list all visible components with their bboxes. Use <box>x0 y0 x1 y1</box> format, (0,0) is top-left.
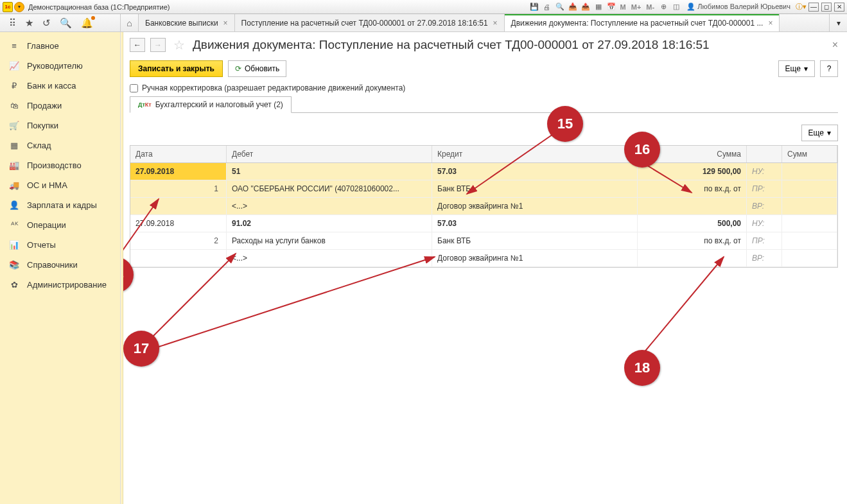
sidebar-item-salary[interactable]: 👤Зарплата и кадры <box>0 195 120 215</box>
sidebar-item-administration[interactable]: ✿Администрирование <box>0 275 120 295</box>
favorite-star-icon[interactable]: ☆ <box>173 37 185 53</box>
save-icon[interactable]: 💾 <box>529 2 539 12</box>
more-button[interactable]: Еще ▾ <box>778 60 815 77</box>
sidebar-item-assets[interactable]: 🚚ОС и НМА <box>0 175 120 195</box>
window-close-button[interactable]: ✕ <box>834 3 844 12</box>
tab-bank-statements[interactable]: Банковские выписки × <box>139 14 235 31</box>
calendar-icon[interactable]: 📅 <box>606 2 616 12</box>
col-sum2[interactable]: Сумм <box>782 146 837 162</box>
sidebar-item-directories[interactable]: 📚Справочники <box>0 255 120 275</box>
close-icon[interactable]: × <box>493 19 498 28</box>
chart-icon: 📈 <box>9 61 19 71</box>
info-icon[interactable]: ⓘ▾ <box>796 2 806 12</box>
table-row[interactable]: 2 Расходы на услуги банков Банк ВТБ по в… <box>130 232 837 250</box>
cell-debit-account: 51 <box>227 163 432 180</box>
manual-correction-checkbox[interactable] <box>130 84 138 92</box>
home-button[interactable]: ⌂ <box>121 14 139 31</box>
tab-label: Поступление на расчетный счет ТД00-00000… <box>241 19 488 28</box>
grid-header: Дата Дебет Кредит Сумма Сумм <box>130 146 837 163</box>
table-row[interactable]: <...> Договор эквайринга №1 ВР: <box>130 250 837 267</box>
annotation-18: 18 <box>624 350 660 386</box>
preview-icon[interactable]: 🔍 <box>555 2 565 12</box>
memory-mminus-button[interactable]: M- <box>645 3 656 11</box>
history-icon[interactable]: ↺ <box>42 17 51 29</box>
bell-icon[interactable]: 🔔 <box>81 17 93 29</box>
table-row[interactable]: 27.09.2018 91.02 57.03 500,00 НУ: <box>130 215 837 232</box>
logo-1c-icon: 1c <box>3 2 13 12</box>
sidebar-item-label: Отчеты <box>27 240 56 250</box>
sidebar-item-label: Склад <box>27 141 51 150</box>
sidebar-item-manager[interactable]: 📈Руководителю <box>0 56 120 76</box>
favorite-icon[interactable]: ★ <box>25 17 33 29</box>
memory-mplus-button[interactable]: M+ <box>630 3 643 11</box>
app-menu-dropdown-icon[interactable]: ▾ <box>14 2 24 12</box>
sidebar-item-label: Зарплата и кадры <box>27 200 97 210</box>
calc-icon[interactable]: ▦ <box>593 2 604 12</box>
tab-document-movements[interactable]: Движения документа: Поступление на расче… <box>505 14 780 31</box>
cell-sum-note: по вх.д. от <box>638 180 747 197</box>
tabs-menu-icon[interactable]: ▾ <box>829 14 847 31</box>
sidebar-item-label: Справочники <box>27 260 78 270</box>
export-icon[interactable]: 📤 <box>581 2 591 12</box>
col-date[interactable]: Дата <box>130 146 227 162</box>
memory-m-button[interactable]: M <box>619 3 627 11</box>
sidebar-item-sales[interactable]: 🛍Продажи <box>0 96 120 116</box>
refresh-button[interactable]: ⟳Обновить <box>228 60 286 77</box>
tab-label: Движения документа: Поступление на расче… <box>511 19 764 28</box>
truck-icon: 🚚 <box>9 180 19 190</box>
compare-icon[interactable]: 📥 <box>568 2 578 12</box>
cell-credit-account: 57.03 <box>432 163 638 180</box>
save-and-close-button[interactable]: Записать и закрыть <box>130 60 223 77</box>
cell-sum: 129 500,00 <box>638 163 747 180</box>
refresh-icon: ⟳ <box>235 64 241 73</box>
col-debit[interactable]: Дебет <box>227 146 432 162</box>
sidebar-item-label: Операции <box>27 220 66 230</box>
nav-forward-button[interactable]: → <box>150 38 166 52</box>
dtkt-icon: ᴬᴷ <box>9 220 19 230</box>
sidebar-item-main[interactable]: ≡Главное <box>0 36 120 56</box>
cell-sum2 <box>782 163 837 180</box>
help-button[interactable]: ? <box>820 60 838 77</box>
search-icon[interactable]: 🔍 <box>60 17 72 29</box>
nav-back-button[interactable]: ← <box>130 38 145 52</box>
window-restore-button[interactable]: ◻ <box>821 3 832 12</box>
sidebar-item-bank[interactable]: ₽Банк и касса <box>0 76 120 96</box>
home-icon: ≡ <box>9 41 19 51</box>
grid-more-button[interactable]: Еще ▾ <box>801 125 838 141</box>
table-row[interactable]: 27.09.2018 51 57.03 129 500,00 НУ: <box>130 163 837 180</box>
sidebar-item-purchases[interactable]: 🛒Покупки <box>0 116 120 135</box>
sidebar-item-production[interactable]: 🏭Производство <box>0 155 120 175</box>
cell-debit-subconto: <...> <box>227 198 432 214</box>
zoom-icon[interactable]: ⊕ <box>658 2 668 12</box>
cell-row-number: 1 <box>130 180 227 197</box>
cell-debit-subconto: ОАО "СБЕРБАНК РОССИИ" (4070281060002... <box>227 180 432 197</box>
close-page-button[interactable]: × <box>832 39 838 51</box>
postings-grid: Дата Дебет Кредит Сумма Сумм 27.09.2018 … <box>130 145 838 268</box>
current-user[interactable]: 👤 Любимов Валерий Юрьевич <box>684 3 793 11</box>
sidebar-item-operations[interactable]: ᴬᴷОперации <box>0 215 120 235</box>
cell-label-vr: ВР: <box>747 250 782 266</box>
col-lbl <box>747 146 782 162</box>
sidebar-item-warehouse[interactable]: ▦Склад <box>0 135 120 155</box>
window-minimize-button[interactable]: — <box>808 3 819 12</box>
cell-label-nu: НУ: <box>747 163 782 180</box>
gear-icon: ✿ <box>9 280 19 290</box>
grid-icon: ▦ <box>9 141 19 150</box>
panels-icon[interactable]: ◫ <box>671 2 681 12</box>
tab-label: Банковские выписки <box>145 19 218 28</box>
sidebar-item-label: Покупки <box>27 121 58 130</box>
accounting-tab[interactable]: ДтКт Бухгалтерский и налоговый учет (2) <box>130 96 292 113</box>
table-row[interactable]: 1 ОАО "СБЕРБАНК РОССИИ" (4070281060002..… <box>130 180 837 198</box>
col-credit[interactable]: Кредит <box>432 146 638 162</box>
cell-date: 27.09.2018 <box>130 215 227 232</box>
sidebar-item-label: Руководителю <box>27 61 83 71</box>
sidebar-item-label: Производство <box>27 161 82 170</box>
close-icon[interactable]: × <box>768 19 773 28</box>
apps-icon[interactable]: ⠿ <box>9 17 16 29</box>
cart-icon: 🛒 <box>9 121 19 130</box>
table-row[interactable]: <...> Договор эквайринга №1 ВР: <box>130 198 837 215</box>
print-icon[interactable]: 🖨 <box>542 2 552 12</box>
tab-receipt-document[interactable]: Поступление на расчетный счет ТД00-00000… <box>235 14 505 31</box>
sidebar-item-reports[interactable]: 📊Отчеты <box>0 235 120 255</box>
close-icon[interactable]: × <box>223 19 228 28</box>
